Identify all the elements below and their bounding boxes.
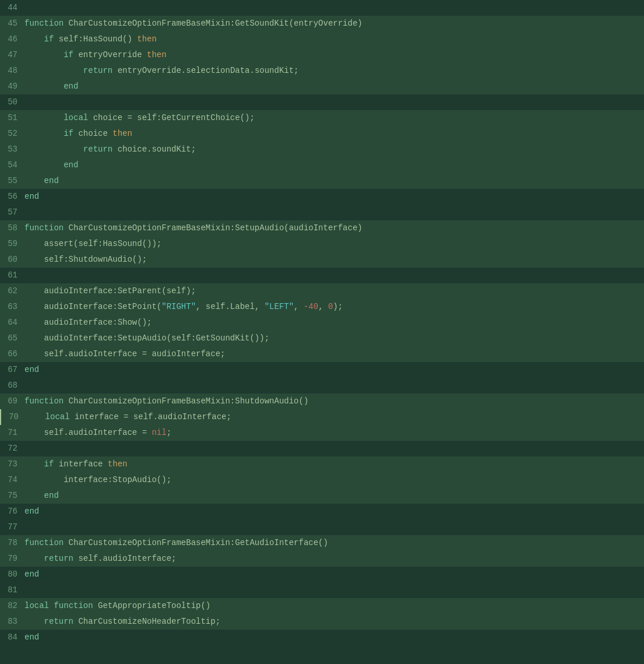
- token-plain: GetAppropriateTooltip(): [93, 601, 211, 610]
- line-content: [22, 205, 29, 220]
- line-number: 77: [0, 519, 22, 535]
- line-number: 82: [0, 598, 22, 614]
- line-content: self:ShutdownAudio();: [22, 252, 147, 268]
- token-kw-end: end: [24, 570, 39, 579]
- code-line: 45function CharCustomizeOptionFrameBaseM…: [0, 16, 644, 31]
- line-number: 49: [0, 79, 22, 94]
- token-plain: audioInterface:Show();: [24, 318, 152, 327]
- token-kw-end: end: [24, 365, 39, 374]
- token-kw-if: if: [64, 50, 73, 59]
- token-kw-nil: nil: [152, 428, 166, 437]
- line-content: return choice.soundKit;: [22, 142, 196, 157]
- token-kw-function: function: [24, 19, 64, 28]
- token-kw-return: return: [44, 617, 73, 626]
- code-line: 54 end: [0, 157, 644, 173]
- code-line: 82local function GetAppropriateTooltip(): [0, 598, 644, 614]
- line-number: 51: [0, 110, 22, 126]
- code-line: 81: [0, 582, 644, 598]
- code-line: 62 audioInterface:SetParent(self);: [0, 283, 644, 299]
- token-plain: self:HasSound(): [54, 34, 137, 44]
- line-content: end: [22, 189, 39, 205]
- line-content: if interface then: [22, 456, 127, 472]
- code-line: 74 interface:StopAudio();: [0, 472, 644, 488]
- token-plain: audioInterface:SetupAudio(self:GetSoundK…: [24, 333, 269, 343]
- code-line: 76end: [0, 504, 644, 519]
- token-kw-then: then: [137, 34, 157, 44]
- line-number: 55: [0, 173, 22, 189]
- line-number: 46: [0, 31, 22, 47]
- code-line: 57: [0, 205, 644, 220]
- line-number: 64: [0, 315, 22, 331]
- token-kw-return: return: [83, 66, 112, 75]
- code-line: 70 local interface = self.audioInterface…: [0, 409, 644, 425]
- line-number: 76: [0, 504, 22, 519]
- line-content: [22, 441, 29, 456]
- line-number: 70: [1, 409, 23, 425]
- code-editor: 44 45function CharCustomizeOptionFrameBa…: [0, 0, 644, 645]
- line-number: 52: [0, 126, 22, 142]
- token-plain: [24, 129, 64, 138]
- token-kw-then: then: [112, 129, 132, 138]
- code-line: 69function CharCustomizeOptionFrameBaseM…: [0, 394, 644, 409]
- line-number: 44: [0, 0, 22, 16]
- token-kw-local: local: [24, 601, 49, 610]
- line-number: 53: [0, 142, 22, 157]
- token-plain: [24, 160, 64, 170]
- line-number: 73: [0, 456, 22, 472]
- line-number: 56: [0, 189, 22, 205]
- line-content: audioInterface:SetupAudio(self:GetSoundK…: [22, 331, 269, 346]
- token-plain: [24, 459, 44, 469]
- token-plain: [24, 82, 64, 91]
- token-plain: entryOverride.selectionData.soundKit;: [112, 66, 298, 75]
- line-number: 62: [0, 283, 22, 299]
- line-number: 75: [0, 488, 22, 504]
- code-line: 67end: [0, 362, 644, 378]
- token-kw-end: end: [64, 160, 78, 170]
- token-plain: ;: [167, 428, 171, 437]
- token-kw-then: then: [108, 459, 128, 469]
- line-content: return self.audioInterface;: [22, 551, 176, 567]
- line-content: function CharCustomizeOptionFrameBaseMix…: [22, 16, 363, 31]
- token-plain: , self.Label,: [196, 302, 265, 311]
- line-content: [22, 268, 29, 283]
- token-plain: ,: [318, 302, 328, 311]
- token-kw-end: end: [44, 176, 59, 185]
- code-line: 52 if choice then: [0, 126, 644, 142]
- line-number: 72: [0, 441, 22, 456]
- token-kw-end: end: [44, 491, 59, 500]
- code-line: 48 return entryOverride.selectionData.so…: [0, 63, 644, 79]
- code-line: 56end: [0, 189, 644, 205]
- code-line: 53 return choice.soundKit;: [0, 142, 644, 157]
- line-number: 59: [0, 236, 22, 252]
- line-content: function CharCustomizeOptionFrameBaseMix…: [22, 220, 363, 236]
- token-plain: CharCustomizeOptionFrameBaseMixin:GetAud…: [64, 538, 328, 547]
- line-content: end: [22, 488, 59, 504]
- code-line: 51 local choice = self:GetCurrentChoice(…: [0, 110, 644, 126]
- line-number: 71: [0, 425, 22, 441]
- line-content: function CharCustomizeOptionFrameBaseMix…: [22, 535, 328, 551]
- line-content: end: [22, 504, 39, 519]
- line-content: if entryOverride then: [22, 47, 167, 63]
- token-kw-end: end: [24, 633, 39, 642]
- token-plain: interface = self.audioInterface;: [70, 412, 231, 421]
- token-kw-function: function: [24, 538, 64, 547]
- line-number: 80: [0, 567, 22, 582]
- code-line: 84end: [0, 630, 644, 645]
- token-string: "RIGHT": [161, 302, 196, 311]
- token-plain: [26, 412, 45, 421]
- line-number: 63: [0, 299, 22, 315]
- code-line: 66 self.audioInterface = audioInterface;: [0, 346, 644, 362]
- token-kw-end: end: [64, 82, 78, 91]
- token-kw-end: end: [24, 507, 39, 516]
- token-plain: interface:StopAudio();: [24, 475, 171, 484]
- code-line: 78function CharCustomizeOptionFrameBaseM…: [0, 535, 644, 551]
- line-number: 65: [0, 331, 22, 346]
- line-number: 61: [0, 268, 22, 283]
- token-kw-if: if: [64, 129, 73, 138]
- code-line: 73 if interface then: [0, 456, 644, 472]
- token-kw-local: local: [45, 412, 70, 421]
- line-content: end: [22, 157, 78, 173]
- line-number: 83: [0, 614, 22, 630]
- line-number: 66: [0, 346, 22, 362]
- token-plain: choice: [73, 129, 112, 138]
